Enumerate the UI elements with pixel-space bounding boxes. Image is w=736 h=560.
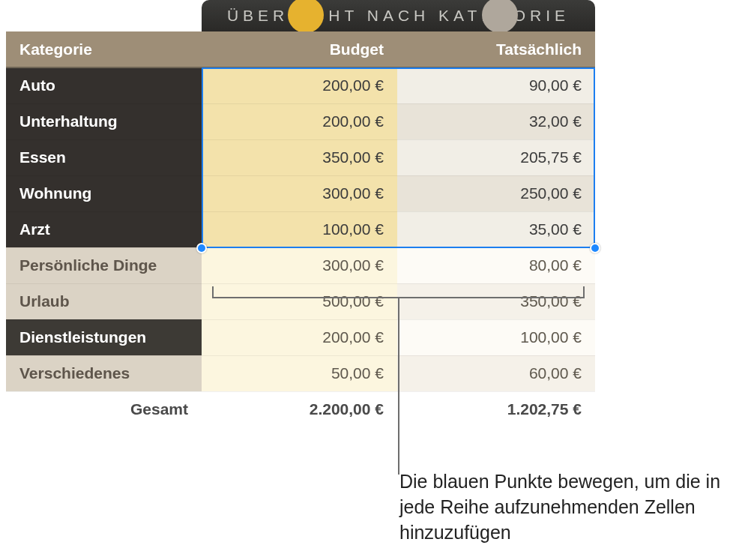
cell-actual[interactable]: 100,00 € bbox=[397, 319, 595, 355]
table-row[interactable]: Arzt 100,00 € 35,00 € bbox=[6, 211, 595, 247]
cell-actual[interactable]: 35,00 € bbox=[397, 211, 595, 247]
cell-category[interactable]: Auto bbox=[6, 67, 202, 103]
cell-actual[interactable]: 80,00 € bbox=[397, 247, 595, 283]
cell-actual[interactable]: 32,00 € bbox=[397, 103, 595, 139]
cell-category[interactable]: Unterhaltung bbox=[6, 103, 202, 139]
cell-budget[interactable]: 200,00 € bbox=[202, 67, 397, 103]
table-title: ÜBERSICHT NACH KATEGORIE bbox=[202, 0, 595, 31]
cell-budget[interactable]: 200,00 € bbox=[202, 103, 397, 139]
cell-category[interactable]: Arzt bbox=[6, 211, 202, 247]
cell-category[interactable]: Persönliche Dinge bbox=[6, 247, 202, 283]
category-table[interactable]: Kategorie Budget Tatsächlich Auto 200,00… bbox=[6, 31, 595, 427]
cell-budget[interactable]: 300,00 € bbox=[202, 247, 397, 283]
callout-bracket bbox=[212, 286, 585, 298]
table-row[interactable]: Wohnung 300,00 € 250,00 € bbox=[6, 175, 595, 211]
table-title-text: ÜBERSICHT NACH KATEGORIE bbox=[227, 7, 570, 24]
cell-budget[interactable]: 100,00 € bbox=[202, 211, 397, 247]
cell-category[interactable]: Urlaub bbox=[6, 283, 202, 319]
cell-actual[interactable]: 250,00 € bbox=[397, 175, 595, 211]
col-header-actual[interactable]: Tatsächlich bbox=[397, 31, 595, 67]
table-row[interactable]: Persönliche Dinge 300,00 € 80,00 € bbox=[6, 247, 595, 283]
table-row[interactable]: Dienstleistungen 200,00 € 100,00 € bbox=[6, 319, 595, 355]
cell-budget[interactable]: 300,00 € bbox=[202, 175, 397, 211]
cell-total-budget: 2.200,00 € bbox=[202, 391, 397, 427]
selection-handle-dot[interactable] bbox=[196, 243, 207, 253]
table-row[interactable]: Verschiedenes 50,00 € 60,00 € bbox=[6, 355, 595, 391]
cell-category[interactable]: Essen bbox=[6, 139, 202, 175]
col-header-category[interactable]: Kategorie bbox=[6, 31, 202, 67]
cell-actual[interactable]: 60,00 € bbox=[397, 355, 595, 391]
cell-actual[interactable]: 90,00 € bbox=[397, 67, 595, 103]
table-row[interactable]: Auto 200,00 € 90,00 € bbox=[6, 67, 595, 103]
cell-budget[interactable]: 350,00 € bbox=[202, 139, 397, 175]
selection-handle-dot[interactable] bbox=[590, 243, 600, 253]
cell-actual[interactable]: 205,75 € bbox=[397, 139, 595, 175]
table-header-row[interactable]: Kategorie Budget Tatsächlich bbox=[6, 31, 595, 67]
table-row[interactable]: Essen 350,00 € 205,75 € bbox=[6, 139, 595, 175]
cell-budget[interactable]: 50,00 € bbox=[202, 355, 397, 391]
cell-total-actual: 1.202,75 € bbox=[397, 391, 595, 427]
cell-total-label: Gesamt bbox=[6, 391, 202, 427]
cell-budget[interactable]: 200,00 € bbox=[202, 319, 397, 355]
callout-leader-line bbox=[398, 298, 399, 475]
callout-caption: Die blauen Punkte bewegen, um die in jed… bbox=[399, 469, 736, 545]
table-total-row[interactable]: Gesamt 2.200,00 € 1.202,75 € bbox=[6, 391, 595, 427]
cell-category[interactable]: Verschiedenes bbox=[6, 355, 202, 391]
cell-category[interactable]: Wohnung bbox=[6, 175, 202, 211]
table-row[interactable]: Unterhaltung 200,00 € 32,00 € bbox=[6, 103, 595, 139]
col-header-budget[interactable]: Budget bbox=[202, 31, 397, 67]
cell-category[interactable]: Dienstleistungen bbox=[6, 319, 202, 355]
